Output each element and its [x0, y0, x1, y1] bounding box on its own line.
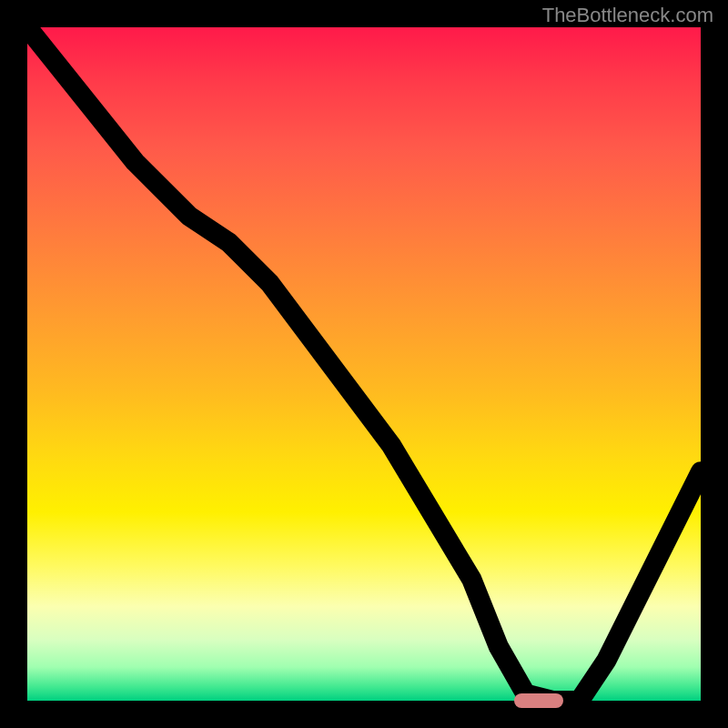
bottleneck-curve — [27, 27, 701, 701]
optimal-marker — [514, 693, 563, 708]
watermark-text: TheBottleneck.com — [542, 4, 713, 27]
chart-plot-area — [27, 27, 701, 701]
